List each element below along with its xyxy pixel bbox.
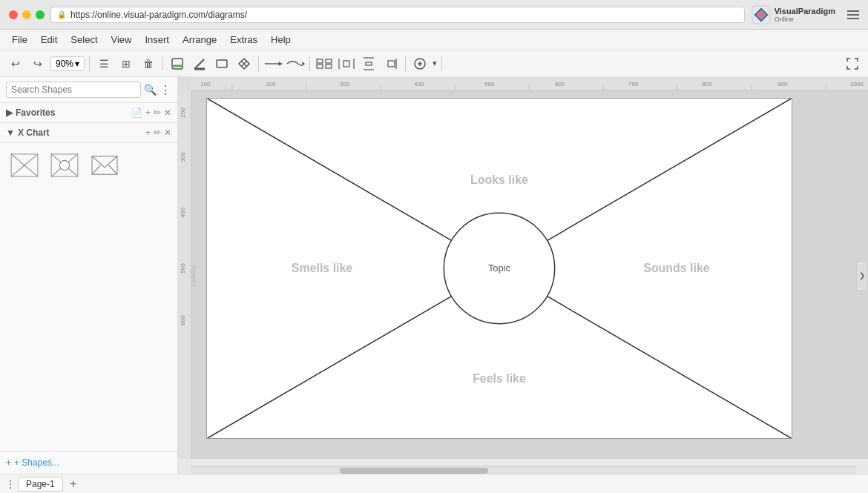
toolbar-separator-4 (309, 56, 310, 71)
diagram-canvas[interactable]: Looks like Smells like Sounds like Feels… (206, 98, 792, 439)
svg-text:200: 200 (266, 81, 276, 87)
favorites-add-page-btn[interactable]: 📄 (131, 107, 142, 118)
delete-button[interactable]: 🗑 (139, 54, 158, 73)
undo-button[interactable]: ↩ (6, 54, 25, 73)
svg-text:400: 400 (180, 208, 186, 218)
extra-style-button[interactable] (234, 54, 254, 73)
xchart-section-header[interactable]: ▼ X Chart + ✏ ✕ (0, 123, 177, 143)
horizontal-scrollbar[interactable] (191, 466, 856, 474)
redo-button[interactable]: ↪ (28, 54, 47, 73)
toolbar-separator-6 (441, 56, 442, 71)
search-input[interactable] (6, 82, 141, 98)
toolbar: ↩ ↪ 90% ▾ ☰ ⊞ 🗑 ▾ (0, 50, 868, 77)
toolbar-separator-3 (258, 56, 259, 71)
svg-line-5 (195, 59, 204, 68)
fill-color-button[interactable] (168, 54, 187, 73)
menu-arrange[interactable]: Arrange (177, 32, 223, 47)
page-tab[interactable]: Page-1 (18, 477, 63, 492)
xchart-label: X Chart (18, 128, 50, 138)
toolbar-separator-1 (89, 56, 90, 71)
svg-rect-22 (366, 62, 372, 65)
url-text: https://online.visual-paradigm.com/diagr… (70, 10, 247, 20)
svg-point-35 (59, 160, 69, 170)
favorites-section-header[interactable]: ▶ Favorites 📄 + ✏ ✕ (0, 103, 177, 123)
arrow-style-button[interactable] (263, 54, 283, 73)
xchart-header-left: ▼ X Chart (6, 128, 50, 138)
svg-text:900: 900 (777, 81, 788, 87)
svg-rect-15 (326, 59, 332, 63)
svg-rect-36 (92, 156, 117, 174)
fullscreen-button[interactable] (843, 54, 862, 73)
shape-envelope[interactable] (88, 150, 122, 180)
maximize-button[interactable] (36, 10, 45, 19)
close-button[interactable] (9, 10, 18, 19)
distribute-v-button[interactable] (359, 54, 378, 73)
connector-button[interactable] (286, 54, 305, 73)
list-view-button[interactable]: ☰ (94, 54, 114, 73)
favorites-add-btn[interactable]: + (145, 107, 151, 118)
right-panel-collapse[interactable]: ❯ (856, 261, 868, 291)
favorites-label: Favorites (16, 107, 55, 118)
hamburger-menu[interactable] (847, 10, 859, 19)
menu-file[interactable]: File (6, 32, 33, 47)
svg-text:1000: 1000 (850, 81, 864, 87)
sidebar-more-button[interactable]: ⋮ (160, 83, 171, 97)
svg-text:Smells like: Smells like (292, 262, 352, 274)
stroke-color-button[interactable] (190, 54, 209, 73)
page-label: Page-1 (26, 479, 55, 489)
search-button[interactable]: 🔍 (144, 84, 157, 96)
shapes-grid (0, 143, 177, 188)
toolbar-separator-5 (405, 56, 406, 71)
zoom-control[interactable]: 90% ▾ (50, 56, 85, 71)
shapes-label: + Shapes... (14, 457, 59, 468)
favorites-close-btn[interactable]: ✕ (164, 107, 171, 118)
svg-rect-7 (217, 60, 227, 67)
svg-line-37 (92, 165, 100, 174)
svg-text:100: 100 (200, 81, 211, 87)
bottom-more-button[interactable]: ⋮ (6, 479, 15, 489)
menu-help[interactable]: Help (265, 32, 297, 47)
svg-rect-17 (326, 64, 332, 68)
canvas-content[interactable]: Looks like Smells like Sounds like Feels… (191, 90, 868, 459)
xchart-actions: + ✏ ✕ (145, 128, 171, 138)
menu-view[interactable]: View (105, 32, 138, 47)
favorites-edit-btn[interactable]: ✏ (154, 107, 161, 118)
svg-text:600: 600 (555, 81, 565, 87)
align-right-button[interactable] (381, 54, 401, 73)
svg-rect-14 (317, 59, 323, 63)
menu-extras[interactable]: Extras (224, 32, 263, 47)
svg-rect-3 (172, 59, 183, 69)
vp-logo-icon (751, 4, 772, 25)
canvas-wrapper[interactable]: 100 200 300 400 500 600 700 800 900 1000 (178, 77, 868, 474)
logo-main: VisualParadigm (775, 7, 835, 16)
xchart-close-btn[interactable]: ✕ (164, 128, 171, 138)
menu-bar: File Edit Select View Insert Arrange Ext… (0, 30, 868, 50)
favorites-collapse-icon: ▶ (6, 107, 13, 118)
add-button[interactable] (410, 54, 430, 73)
xchart-collapse-icon: ▼ (6, 128, 15, 138)
svg-text:600: 600 (180, 315, 186, 325)
xchart-add-btn[interactable]: + (145, 128, 151, 138)
traffic-lights (9, 10, 45, 19)
scrollbar-thumb[interactable] (340, 468, 488, 474)
shape-style-button[interactable] (212, 54, 231, 73)
shape-x1[interactable] (7, 150, 42, 180)
minimize-button[interactable] (22, 10, 31, 19)
svg-marker-13 (302, 62, 305, 66)
shape-x2[interactable] (47, 150, 82, 180)
menu-edit[interactable]: Edit (35, 32, 63, 47)
menu-select[interactable]: Select (65, 32, 103, 47)
xchart-edit-btn[interactable]: ✏ (154, 128, 161, 138)
main-layout: 🔍 ⋮ ▶ Favorites 📄 + ✏ ✕ ▼ X Chart + (0, 77, 868, 474)
favorites-actions: 📄 + ✏ ✕ (131, 107, 171, 118)
add-page-button[interactable]: + (66, 477, 81, 492)
menu-insert[interactable]: Insert (139, 32, 175, 47)
address-bar[interactable]: 🔒 https://online.visual-paradigm.com/dia… (50, 7, 745, 23)
title-bar: 🔒 https://online.visual-paradigm.com/dia… (0, 0, 868, 30)
distribute-h-button[interactable] (337, 54, 356, 73)
svg-rect-19 (343, 61, 349, 67)
align-button[interactable] (315, 54, 334, 73)
grid-view-button[interactable]: ⊞ (116, 54, 136, 73)
shapes-library-button[interactable]: + + Shapes... (0, 451, 177, 474)
lock-icon: 🔒 (57, 10, 66, 19)
